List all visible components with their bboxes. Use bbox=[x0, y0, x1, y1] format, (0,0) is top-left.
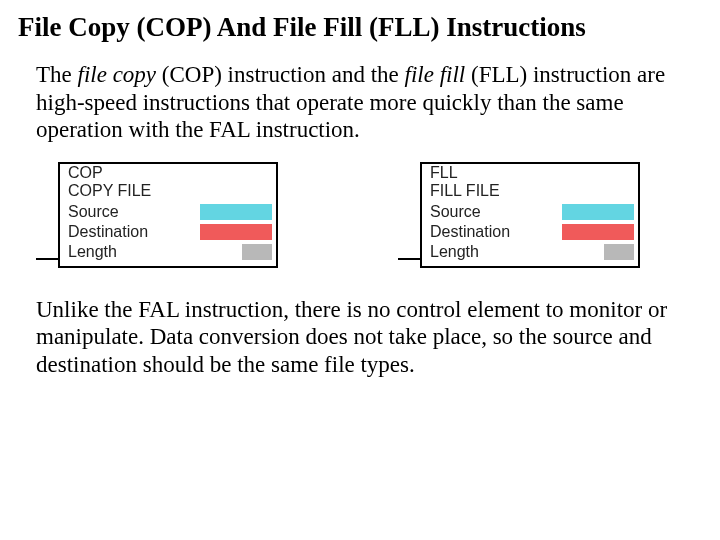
field-label: Source bbox=[430, 203, 481, 221]
fll-block: FLL FILL FILE Source Destination Length bbox=[398, 162, 640, 268]
cop-row-length: Length bbox=[60, 242, 276, 262]
value-swatch-icon bbox=[242, 244, 272, 260]
fll-mnemonic: FLL bbox=[422, 164, 638, 182]
cop-subtitle: COPY FILE bbox=[60, 182, 276, 202]
cop-block: COP COPY FILE Source Destination Length bbox=[36, 162, 278, 268]
fll-subtitle: FILL FILE bbox=[422, 182, 638, 202]
emphasis-file-fill: file fill bbox=[405, 62, 466, 87]
value-swatch-icon bbox=[604, 244, 634, 260]
fll-row-length: Length bbox=[422, 242, 638, 262]
emphasis-file-copy: file copy bbox=[78, 62, 157, 87]
cop-row-destination: Destination bbox=[60, 222, 276, 242]
fll-row-destination: Destination bbox=[422, 222, 638, 242]
value-swatch-icon bbox=[200, 204, 272, 220]
field-label: Length bbox=[430, 243, 479, 261]
cop-row-source: Source bbox=[60, 202, 276, 222]
fll-row-source: Source bbox=[422, 202, 638, 222]
paragraph-intro: The file copy (COP) instruction and the … bbox=[36, 61, 676, 144]
connector-line-icon bbox=[36, 258, 58, 260]
field-label: Length bbox=[68, 243, 117, 261]
value-swatch-icon bbox=[562, 204, 634, 220]
cop-mnemonic: COP bbox=[60, 164, 276, 182]
fll-block-body: FLL FILL FILE Source Destination Length bbox=[420, 162, 640, 268]
page-title: File Copy (COP) And File Fill (FLL) Inst… bbox=[18, 12, 702, 43]
diagram-row: COP COPY FILE Source Destination Length bbox=[36, 162, 702, 268]
field-label: Destination bbox=[430, 223, 510, 241]
field-label: Source bbox=[68, 203, 119, 221]
text: (COP) instruction and the bbox=[156, 62, 405, 87]
text: The bbox=[36, 62, 78, 87]
value-swatch-icon bbox=[562, 224, 634, 240]
paragraph-outro: Unlike the FAL instruction, there is no … bbox=[36, 296, 676, 379]
field-label: Destination bbox=[68, 223, 148, 241]
cop-block-body: COP COPY FILE Source Destination Length bbox=[58, 162, 278, 268]
connector-line-icon bbox=[398, 258, 420, 260]
value-swatch-icon bbox=[200, 224, 272, 240]
